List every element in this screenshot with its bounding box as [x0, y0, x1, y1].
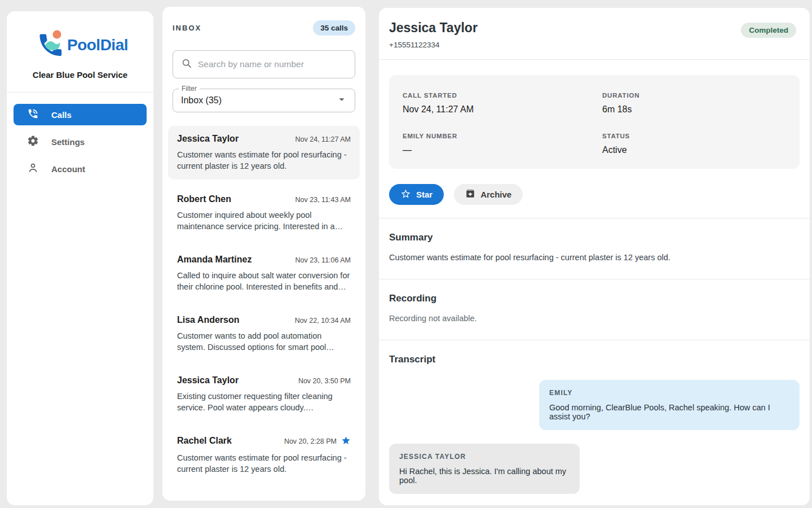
info-label: CALL STARTED [403, 92, 602, 99]
info-value: Active [602, 145, 786, 155]
call-detail-panel: Jessica Taylor +15551122334 Completed CA… [379, 8, 810, 505]
call-list-item[interactable]: Jessica Taylor Nov 20, 3:50 PM Existing … [168, 367, 360, 421]
person-icon [27, 162, 39, 176]
call-summary: Customer inquired about weekly pool main… [177, 209, 351, 232]
phone-number: +15551122334 [389, 41, 796, 49]
archive-button-label: Archive [480, 190, 511, 199]
call-date: Nov 23, 11:06 AM [295, 256, 351, 264]
transcript-bubble: JESSICA TAYLOR Hi Rachel, this is Jessic… [389, 444, 580, 494]
caller-name: Robert Chen [177, 194, 231, 204]
filter-label: Filter [179, 85, 200, 93]
caller-name: Lisa Anderson [177, 315, 240, 325]
call-list-item[interactable]: Robert Chen Nov 23, 11:43 AM Customer in… [168, 186, 360, 240]
call-date: Nov 20, 2:28 PM [284, 436, 351, 447]
filter-value: Inbox (35) [181, 95, 222, 106]
sidebar-item-account[interactable]: Account [14, 158, 147, 179]
caller-name: Jessica Taylor [177, 375, 239, 386]
search-icon [181, 58, 192, 71]
info-label: EMILY NUMBER [403, 133, 602, 139]
recording-title: Recording [389, 293, 800, 304]
chevron-down-icon [336, 93, 348, 108]
search-input[interactable] [198, 59, 347, 69]
pooldial-logo-icon [32, 28, 65, 62]
transcript-title: Transcript [389, 354, 800, 365]
archive-button[interactable]: Archive [454, 184, 523, 205]
recording-text: Recording not available. [389, 314, 800, 323]
inbox-title: INBOX [173, 24, 201, 32]
page-title: Jessica Taylor [389, 20, 796, 36]
call-list-item[interactable]: Amanda Martinez Nov 23, 11:06 AM Called … [168, 247, 360, 300]
info-cell-call-started: CALL STARTED Nov 24, 11:27 AM [403, 92, 602, 115]
archive-icon [465, 189, 475, 200]
caller-name: Rachel Clark [177, 436, 232, 446]
status-badge: Completed [741, 23, 796, 38]
sidebar: PoolDial Clear Blue Pool Service Calls S… [7, 11, 153, 505]
star-outline-icon [400, 189, 411, 201]
search-box[interactable] [173, 50, 355, 78]
call-list-item[interactable]: Rachel Clark Nov 20, 2:28 PM Customer wa… [168, 428, 360, 483]
bubble-speaker: JESSICA TAYLOR [399, 453, 570, 461]
call-list-item[interactable]: Jessica Taylor Nov 24, 11:27 AM Customer… [168, 126, 360, 179]
call-summary: Existing customer requesting filter clea… [177, 391, 351, 413]
info-label: STATUS [602, 133, 786, 139]
call-date: Nov 20, 3:50 PM [298, 377, 351, 385]
call-date: Nov 22, 10:34 AM [295, 317, 351, 325]
call-summary: Called to inquire about salt water conve… [177, 270, 351, 292]
bubble-text: Hi Rachel, this is Jessica. I'm calling … [399, 467, 570, 485]
transcript-bubble: EMILY Good morning, ClearBlue Pools, Rac… [539, 380, 800, 430]
brand-block: PoolDial Clear Blue Pool Service [7, 11, 153, 92]
star-button[interactable]: Star [389, 184, 444, 205]
bubble-speaker: EMILY [549, 389, 789, 397]
sidebar-item-calls[interactable]: Calls [14, 104, 147, 125]
info-value: 6m 18s [602, 104, 786, 115]
call-summary: Customer wants to add pool automation sy… [177, 330, 351, 353]
call-list-item[interactable]: Lisa Anderson Nov 22, 10:34 AM Customer … [168, 307, 360, 361]
call-list: Jessica Taylor Nov 24, 11:27 AM Customer… [162, 112, 365, 483]
recording-section: Recording Recording not available. [379, 279, 810, 340]
divider [379, 59, 810, 60]
call-count-badge: 35 calls [313, 20, 355, 36]
info-label: DURATION [602, 92, 786, 99]
star-filled-icon [341, 436, 351, 447]
brand-name: PoolDial [67, 36, 128, 54]
phone-icon [27, 108, 39, 121]
caller-name: Amanda Martinez [177, 255, 251, 265]
star-button-label: Star [416, 190, 433, 199]
call-date: Nov 23, 11:43 AM [295, 196, 351, 204]
gear-icon [27, 135, 39, 148]
sidebar-item-label: Calls [51, 110, 72, 120]
call-date-text: Nov 20, 2:28 PM [284, 437, 337, 445]
transcript-section: Transcript EMILY Good morning, ClearBlue… [379, 340, 810, 505]
info-value: — [403, 145, 602, 155]
call-summary: Customer wants estimate for pool resurfa… [177, 149, 351, 172]
summary-text: Customer wants estimate for pool resurfa… [389, 253, 800, 262]
inbox-panel: INBOX 35 calls Filter Inbox (35) Jessica… [162, 7, 365, 501]
sidebar-item-settings[interactable]: Settings [14, 131, 147, 152]
info-cell-duration: DURATION 6m 18s [602, 92, 786, 115]
info-cell-emily-number: EMILY NUMBER — [403, 133, 602, 155]
caller-name: Jessica Taylor [177, 134, 239, 144]
summary-section: Summary Customer wants estimate for pool… [379, 218, 810, 279]
summary-title: Summary [389, 232, 800, 243]
sidebar-nav: Calls Settings Account [7, 93, 153, 191]
info-value: Nov 24, 11:27 AM [403, 104, 602, 115]
call-summary: Customer wants estimate for pool resurfa… [177, 452, 351, 475]
bubble-text: Good morning, ClearBlue Pools, Rachel sp… [549, 403, 789, 421]
sidebar-item-label: Account [51, 164, 85, 174]
info-cell-status: STATUS Active [602, 133, 786, 155]
call-info-card: CALL STARTED Nov 24, 11:27 AM DURATION 6… [389, 75, 800, 169]
sidebar-item-label: Settings [51, 137, 85, 147]
call-date: Nov 24, 11:27 AM [295, 135, 351, 143]
company-name: Clear Blue Pool Service [7, 70, 153, 92]
filter-select[interactable]: Filter Inbox (35) [173, 89, 355, 112]
